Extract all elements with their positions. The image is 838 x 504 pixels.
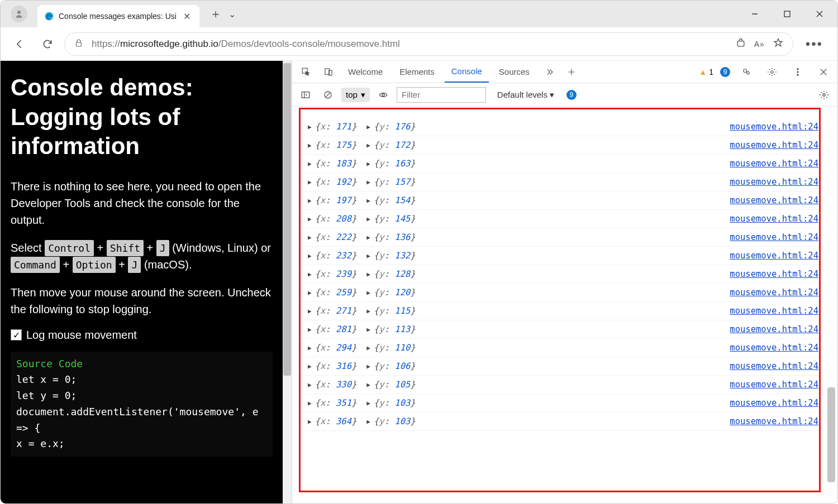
filter-input[interactable] [397, 87, 486, 103]
log-checkbox[interactable]: ✓ [11, 329, 22, 340]
expand-icon[interactable]: ▶ [366, 271, 370, 278]
source-link[interactable]: mousemove.html:24 [730, 232, 818, 242]
read-aloud-icon[interactable]: A» [754, 40, 765, 49]
warning-badge[interactable]: ▲1 [699, 68, 713, 76]
source-link[interactable]: mousemove.html:24 [730, 343, 818, 353]
devtools-close-icon[interactable] [814, 63, 833, 81]
console-log-row[interactable]: ▶{x: 183}▶{y: 163}mousemove.html:24 [298, 155, 824, 173]
expand-icon[interactable]: ▶ [366, 308, 370, 315]
expand-icon[interactable]: ▶ [308, 381, 312, 388]
expand-icon[interactable]: ▶ [366, 363, 370, 370]
info-badge[interactable]: 9 [720, 67, 730, 77]
source-link[interactable]: mousemove.html:24 [730, 306, 818, 316]
console-log-row[interactable]: ▶{x: 316}▶{y: 106}mousemove.html:24 [298, 357, 824, 376]
console-log-row[interactable]: ▶{x: 192}▶{y: 157}mousemove.html:24 [298, 173, 824, 191]
back-button[interactable] [8, 33, 31, 55]
expand-icon[interactable]: ▶ [308, 308, 312, 315]
favorite-icon[interactable] [773, 37, 784, 51]
expand-icon[interactable]: ▶ [366, 289, 370, 296]
scrollbar-thumb[interactable] [283, 63, 291, 376]
console-scrollbar[interactable] [826, 107, 835, 504]
expand-icon[interactable]: ▶ [366, 400, 370, 407]
expand-icon[interactable]: ▶ [308, 179, 312, 186]
console-log-row[interactable]: ▶{x: 364}▶{y: 103}mousemove.html:24 [298, 412, 824, 431]
inspect-icon[interactable] [297, 63, 316, 81]
expand-icon[interactable]: ▶ [308, 215, 312, 223]
console-log-row[interactable]: ▶{x: 197}▶{y: 154}mousemove.html:24 [298, 191, 824, 210]
tab-elements[interactable]: Elements [393, 61, 441, 83]
expand-icon[interactable]: ▶ [308, 234, 312, 241]
feedback-icon[interactable] [737, 63, 756, 81]
refresh-button[interactable] [36, 33, 59, 55]
add-tab-icon[interactable] [562, 63, 581, 81]
source-link[interactable]: mousemove.html:24 [730, 398, 818, 408]
expand-icon[interactable]: ▶ [308, 197, 312, 204]
console-log-row[interactable]: ▶{x: 294}▶{y: 110}mousemove.html:24 [298, 339, 824, 357]
settings-menu-button[interactable]: ••• [799, 36, 830, 52]
expand-icon[interactable]: ▶ [308, 418, 312, 425]
minimize-button[interactable] [739, 3, 770, 25]
expand-icon[interactable]: ▶ [366, 418, 370, 425]
console-log-row[interactable]: ▶{x: 175}▶{y: 172}mousemove.html:24 [298, 136, 824, 155]
close-button[interactable] [804, 3, 835, 25]
console-log-row[interactable]: ▶{x: 239}▶{y: 128}mousemove.html:24 [298, 265, 824, 284]
device-icon[interactable] [319, 63, 338, 81]
source-link[interactable]: mousemove.html:24 [730, 177, 818, 187]
console-log-row[interactable]: ▶{x: 271}▶{y: 115}mousemove.html:24 [298, 302, 824, 320]
source-link[interactable]: mousemove.html:24 [730, 361, 818, 371]
sidebar-toggle-icon[interactable] [297, 86, 315, 104]
expand-icon[interactable]: ▶ [308, 252, 312, 260]
maximize-button[interactable] [772, 3, 803, 25]
source-link[interactable]: mousemove.html:24 [730, 122, 818, 132]
settings-gear-icon[interactable] [763, 63, 782, 81]
expand-icon[interactable]: ▶ [308, 271, 312, 278]
tab-welcome[interactable]: Welcome [341, 61, 389, 83]
expand-icon[interactable]: ▶ [366, 344, 370, 352]
expand-icon[interactable]: ▶ [308, 344, 312, 352]
expand-icon[interactable]: ▶ [366, 123, 370, 131]
new-tab-button[interactable]: ＋ [207, 3, 224, 25]
shopping-icon[interactable] [735, 37, 746, 51]
source-link[interactable]: mousemove.html:24 [730, 380, 818, 390]
page-scrollbar[interactable] [283, 61, 292, 504]
console-log-row[interactable]: ▶{x: 281}▶{y: 113}mousemove.html:24 [298, 320, 824, 339]
expand-icon[interactable]: ▶ [308, 400, 312, 407]
tab-close-icon[interactable]: ✕ [181, 11, 193, 22]
console-log-row[interactable]: ▶{x: 259}▶{y: 120}mousemove.html:24 [298, 284, 824, 302]
issues-counter[interactable]: 9 [566, 90, 577, 100]
console-log-row[interactable]: ▶{x: 208}▶{y: 145}mousemove.html:24 [298, 210, 824, 228]
expand-icon[interactable]: ▶ [366, 381, 370, 388]
console-log-row[interactable]: ▶{x: 330}▶{y: 105}mousemove.html:24 [298, 376, 824, 394]
expand-icon[interactable]: ▶ [308, 363, 312, 370]
expand-icon[interactable]: ▶ [366, 142, 370, 149]
log-levels-selector[interactable]: Default levels▾ [497, 90, 554, 100]
expand-icon[interactable]: ▶ [308, 123, 312, 131]
expand-icon[interactable]: ▶ [366, 160, 370, 167]
context-selector[interactable]: top▾ [341, 88, 370, 102]
source-link[interactable]: mousemove.html:24 [730, 140, 818, 150]
expand-icon[interactable]: ▶ [308, 160, 312, 167]
console-log-row[interactable]: ▶{x: 222}▶{y: 136}mousemove.html:24 [298, 228, 824, 247]
expand-icon[interactable]: ▶ [366, 252, 370, 260]
console-log-row[interactable]: ▶{x: 351}▶{y: 103}mousemove.html:24 [298, 394, 824, 412]
tab-console[interactable]: Console [445, 61, 489, 83]
source-link[interactable]: mousemove.html:24 [730, 287, 818, 297]
expand-icon[interactable]: ▶ [366, 179, 370, 186]
console-settings-icon[interactable] [815, 86, 833, 104]
source-link[interactable]: mousemove.html:24 [730, 324, 818, 334]
lock-icon[interactable] [74, 38, 84, 50]
expand-icon[interactable]: ▶ [366, 326, 370, 333]
browser-tab[interactable]: Console messages examples: Usi ✕ [37, 5, 199, 27]
expand-icon[interactable]: ▶ [308, 326, 312, 333]
source-link[interactable]: mousemove.html:24 [730, 159, 818, 169]
expand-icon[interactable]: ▶ [366, 215, 370, 223]
source-link[interactable]: mousemove.html:24 [730, 214, 818, 224]
expand-icon[interactable]: ▶ [366, 197, 370, 204]
console-scrollbar-thumb[interactable] [827, 387, 835, 482]
expand-icon[interactable]: ▶ [366, 234, 370, 241]
profile-avatar[interactable] [11, 6, 27, 22]
live-expression-icon[interactable] [374, 86, 392, 104]
source-link[interactable]: mousemove.html:24 [730, 269, 818, 279]
devtools-menu-icon[interactable] [788, 63, 807, 81]
console-log-row[interactable]: ▶{x: 232}▶{y: 132}mousemove.html:24 [298, 247, 824, 265]
